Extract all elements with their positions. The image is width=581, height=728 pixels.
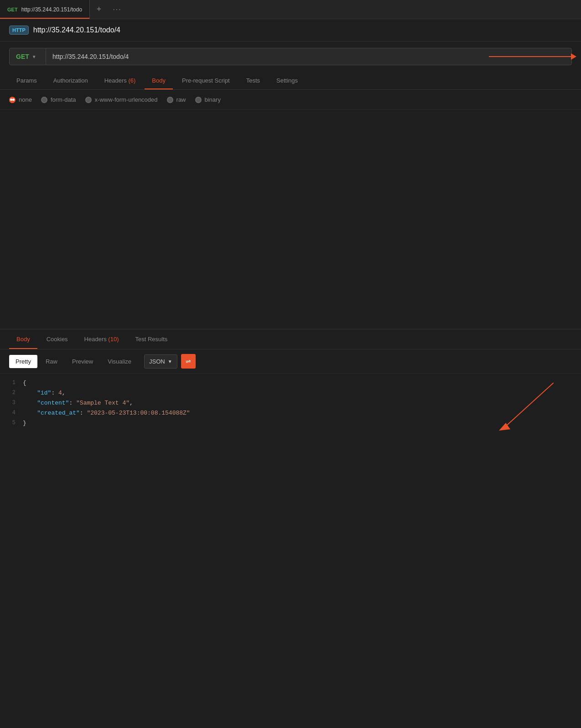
json-key-content: "content" — [23, 400, 69, 406]
format-tab-pretty[interactable]: Pretty — [9, 355, 37, 368]
new-tab-button[interactable]: + — [90, 0, 108, 19]
body-urlencoded-option[interactable]: x-www-form-urlencoded — [85, 96, 158, 103]
format-tab-visualize[interactable]: Visualize — [101, 355, 138, 368]
body-form-data-radio[interactable] — [41, 97, 47, 103]
json-key-id: "id" — [23, 390, 51, 396]
json-response-body: 1 { 2 "id": 4, 3 "content": "Sample Text… — [0, 374, 581, 433]
body-binary-radio[interactable] — [195, 97, 202, 103]
tab-tests[interactable]: Tests — [239, 72, 267, 89]
body-editor-area — [0, 110, 581, 329]
format-tab-raw[interactable]: Raw — [39, 355, 64, 368]
line-number: 5 — [5, 418, 23, 427]
url-arrow-annotation — [489, 53, 576, 60]
json-val-id: 4 — [58, 390, 62, 396]
body-binary-option[interactable]: binary — [195, 96, 221, 103]
chevron-down-icon: ▼ — [168, 359, 172, 364]
tab-body[interactable]: Body — [145, 72, 173, 89]
tab-authorization[interactable]: Authorization — [46, 72, 95, 89]
url-bar-wrapper: GET ▼ — [9, 48, 572, 65]
tab-settings[interactable]: Settings — [269, 72, 305, 89]
json-val-created-at: "2023-05-23T13:00:08.154088Z" — [87, 410, 190, 416]
tab-bar: GET http://35.244.20.151/todo + ··· — [0, 0, 581, 19]
arrow-line — [489, 56, 571, 57]
active-tab[interactable]: GET http://35.244.20.151/todo — [0, 0, 90, 19]
response-tab-test-results[interactable]: Test Results — [128, 329, 175, 349]
method-label: GET — [16, 53, 29, 60]
response-format-bar: Pretty Raw Preview Visualize JSON ▼ ⇌ — [0, 349, 581, 374]
response-tab-body[interactable]: Body — [9, 329, 37, 349]
more-tabs-button[interactable]: ··· — [108, 0, 126, 19]
request-title-url: http://35.244.20.151/todo/4 — [33, 26, 120, 34]
response-tabs-nav: Body Cookies Headers (10) Test Results — [0, 329, 581, 349]
body-type-options: none form-data x-www-form-urlencoded raw… — [0, 90, 581, 110]
format-tab-preview[interactable]: Preview — [66, 355, 99, 368]
wrap-icon: ⇌ — [186, 358, 191, 365]
tab-url: http://35.244.20.151/todo — [21, 6, 82, 13]
json-val-content: "Sample Text 4" — [76, 400, 130, 406]
body-raw-option[interactable]: raw — [167, 96, 186, 103]
tab-method: GET — [7, 7, 18, 12]
json-key-created-at: "created_at" — [23, 410, 80, 416]
line-number: 4 — [5, 408, 23, 417]
response-tab-headers[interactable]: Headers (10) — [77, 329, 126, 349]
response-section: Body Cookies Headers (10) Test Results P… — [0, 329, 581, 433]
line-number: 1 — [5, 378, 23, 387]
body-none-radio[interactable] — [9, 97, 16, 103]
arrow-head-icon — [571, 53, 576, 60]
response-tab-cookies[interactable]: Cookies — [39, 329, 75, 349]
tab-headers[interactable]: Headers (6) — [97, 72, 143, 89]
format-type-selector[interactable]: JSON ▼ — [144, 354, 177, 369]
url-bar: GET ▼ — [9, 48, 572, 65]
tab-pre-request-script[interactable]: Pre-request Script — [175, 72, 237, 89]
chevron-down-icon: ▼ — [32, 54, 36, 59]
tab-params[interactable]: Params — [9, 72, 44, 89]
body-urlencoded-radio[interactable] — [85, 97, 92, 103]
svg-line-0 — [503, 383, 554, 428]
body-none-option[interactable]: none — [9, 96, 32, 103]
method-selector[interactable]: GET ▼ — [10, 48, 46, 65]
body-raw-radio[interactable] — [167, 97, 173, 103]
response-arrow-annotation — [490, 383, 554, 437]
http-badge: HTTP — [9, 26, 29, 35]
line-number: 2 — [5, 388, 23, 397]
arrow-svg — [490, 383, 554, 437]
body-form-data-option[interactable]: form-data — [41, 96, 76, 103]
line-number: 3 — [5, 398, 23, 407]
request-tabs-nav: Params Authorization Headers (6) Body Pr… — [0, 72, 581, 90]
request-title-bar: HTTP http://35.244.20.151/todo/4 — [0, 19, 581, 42]
wrap-text-button[interactable]: ⇌ — [181, 354, 196, 369]
